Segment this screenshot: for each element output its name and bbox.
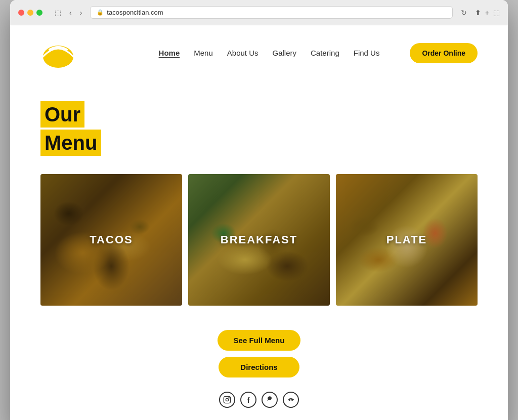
svg-point-2 <box>226 398 228 401</box>
traffic-light-minimize[interactable] <box>27 10 33 16</box>
menu-card-tacos[interactable]: TACOS <box>40 174 182 306</box>
tacos-label: TACOS <box>90 233 133 246</box>
nav-link-catering[interactable]: Catering <box>311 49 339 57</box>
section-title: Our Menu <box>40 101 478 156</box>
logo-area <box>40 35 76 71</box>
nav-item-findus[interactable]: Find Us <box>354 49 380 58</box>
traffic-light-maximize[interactable] <box>36 10 42 16</box>
lock-icon: 🔒 <box>97 9 104 16</box>
browser-controls: ⬚ ‹ › <box>53 8 84 18</box>
browser-chrome: ⬚ ‹ › 🔒 tacosponcitlan.com ↻ ⬆ + ⬚ <box>10 0 508 25</box>
logo-icon <box>40 35 76 71</box>
main-nav: Home Menu About Us Gallery Catering Find… <box>159 49 380 58</box>
nav-link-home[interactable]: Home <box>159 49 180 57</box>
plate-label: PLATE <box>386 233 427 246</box>
menu-grid: TACOS BREAKFAST PLATE <box>40 174 478 306</box>
order-online-button[interactable]: Order Online <box>410 43 478 63</box>
nav-link-findus[interactable]: Find Us <box>354 49 380 57</box>
browser-window: ⬚ ‹ › 🔒 tacosponcitlan.com ↻ ⬆ + ⬚ <box>10 0 508 420</box>
refresh-button[interactable]: ↻ <box>459 8 469 18</box>
social-icons: f <box>40 392 478 408</box>
facebook-icon[interactable]: f <box>240 392 256 408</box>
svg-rect-1 <box>224 396 230 403</box>
nav-item-home[interactable]: Home <box>159 49 180 58</box>
nav-item-about[interactable]: About Us <box>227 49 258 58</box>
main-content: Our Menu TACOS BREAKFAST PLATE <box>10 81 508 420</box>
directions-button[interactable]: Directions <box>219 357 299 377</box>
nav-item-menu[interactable]: Menu <box>194 49 213 58</box>
back-button[interactable]: ‹ <box>67 8 74 18</box>
menu-card-breakfast[interactable]: BREAKFAST <box>188 174 330 306</box>
nav-item-gallery[interactable]: Gallery <box>273 49 297 58</box>
nav-links: Home Menu About Us Gallery Catering Find… <box>159 49 380 58</box>
nav-link-about[interactable]: About Us <box>227 49 258 57</box>
instagram-icon[interactable] <box>219 392 235 408</box>
traffic-lights <box>18 10 42 16</box>
nav-item-catering[interactable]: Catering <box>311 49 339 58</box>
nav-link-menu[interactable]: Menu <box>194 49 213 57</box>
section-title-line1: Our <box>40 101 84 128</box>
forward-button[interactable]: › <box>78 8 84 18</box>
traffic-light-close[interactable] <box>18 10 24 16</box>
tabs-button[interactable]: ⬚ <box>493 9 500 17</box>
nav-link-gallery[interactable]: Gallery <box>273 49 297 57</box>
url-text: tacosponcitlan.com <box>107 9 163 16</box>
svg-point-3 <box>229 398 229 398</box>
breakfast-label: BREAKFAST <box>221 233 297 246</box>
share-button[interactable]: ⬆ <box>475 9 481 17</box>
tripadvisor-icon[interactable] <box>283 392 299 408</box>
sidebar-toggle-button[interactable]: ⬚ <box>53 8 63 18</box>
section-title-line2: Menu <box>40 130 101 156</box>
website-content: Home Menu About Us Gallery Catering Find… <box>10 25 508 420</box>
site-header: Home Menu About Us Gallery Catering Find… <box>10 25 508 81</box>
new-tab-button[interactable]: + <box>485 9 489 17</box>
menu-card-plate[interactable]: PLATE <box>336 174 478 306</box>
address-bar[interactable]: 🔒 tacosponcitlan.com <box>90 6 452 19</box>
see-full-menu-button[interactable]: See Full Menu <box>218 330 301 351</box>
yelp-icon[interactable] <box>262 392 278 408</box>
browser-actions: ⬆ + ⬚ <box>475 9 500 17</box>
cta-buttons: See Full Menu Directions <box>40 330 478 377</box>
